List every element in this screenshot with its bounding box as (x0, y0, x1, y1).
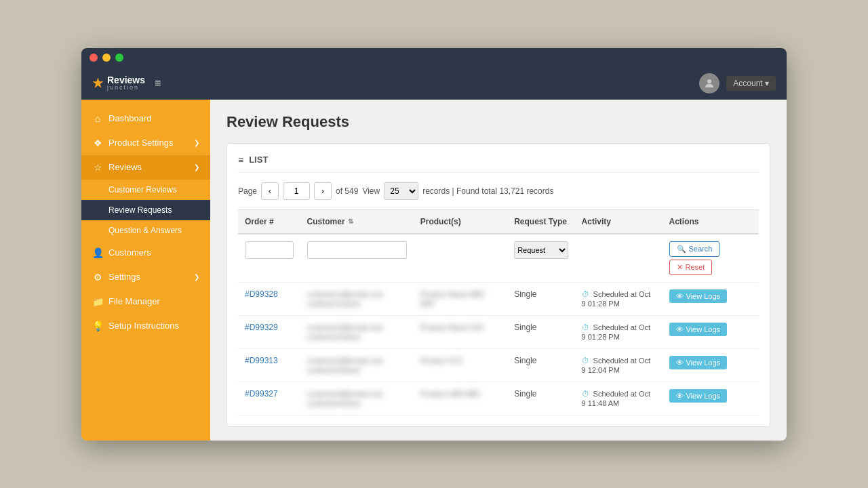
clock-icon: ⏱ (582, 290, 589, 298)
customer-text: customer2@email.comcustomer2name (307, 323, 384, 341)
main-card: ≡ LIST Page ‹ › of 549 View 25 50 100 (226, 143, 770, 427)
col-header-activity: Activity (575, 209, 663, 234)
cell-customer: customer2@email.comcustomer2name (300, 315, 414, 348)
logo-sub: junction (107, 85, 145, 91)
filter-activity-cell (575, 234, 663, 283)
table-row: #D99328 customer1@email.comcustomer1name… (238, 282, 759, 315)
total-pages-label: of 549 (336, 186, 358, 196)
sidebar-item-setup-instructions[interactable]: 💡 Setup Instructions (81, 314, 210, 338)
dashboard-icon: ⌂ (92, 113, 103, 124)
sidebar-item-product-settings[interactable]: ❖ Product Settings ❯ (81, 131, 210, 155)
table-row: #D99327 customer4@email.comcustomer4name… (238, 382, 759, 415)
cell-activity: ⏱ Scheduled at Oct 9 01:28 PM (575, 315, 663, 348)
filter-product-cell (414, 234, 507, 283)
sidebar-item-reviews[interactable]: ☆ Reviews ❯ (81, 155, 210, 180)
sidebar-item-label: Reviews (108, 162, 142, 172)
search-icon: 🔍 (677, 245, 686, 253)
sidebar-item-label: Dashboard (108, 113, 152, 123)
chevron-right-icon: ❯ (194, 139, 199, 146)
next-page-button[interactable]: › (314, 182, 332, 200)
sidebar-item-customers[interactable]: 👤 Customers (81, 241, 210, 265)
reset-button[interactable]: ✕ Reset (669, 260, 713, 275)
times-icon: ✕ (677, 263, 683, 272)
user-dropdown[interactable]: Account ▾ (726, 76, 776, 91)
sidebar-item-label: Settings (108, 272, 140, 282)
product-text: Product Name ABC DEF (420, 290, 485, 308)
topnav-left: ★ Reviews junction ≡ (92, 75, 161, 91)
table-header-row: Order # Customer ⇅ Product(s) (238, 209, 759, 234)
view-logs-button[interactable]: 👁 View Logs (669, 323, 728, 336)
filter-request-type-cell: Request All (507, 234, 574, 283)
table-filter-row: Request All 🔍 Search (238, 234, 759, 283)
sidebar-item-review-requests[interactable]: Review Requests (81, 200, 210, 220)
eye-icon: 👁 (676, 292, 684, 300)
logo: ★ Reviews junction (92, 75, 145, 91)
logo-star-icon: ★ (92, 76, 103, 91)
view-logs-button[interactable]: 👁 View Logs (669, 356, 728, 369)
cell-customer: customer4@email.comcustomer4name (300, 382, 414, 415)
pagination-bar: Page ‹ › of 549 View 25 50 100 records |… (238, 182, 759, 200)
sidebar-item-question-answers[interactable]: Question & Answers (81, 220, 210, 241)
sidebar-item-dashboard[interactable]: ⌂ Dashboard (81, 106, 210, 131)
prev-page-button[interactable]: ‹ (261, 182, 279, 200)
view-logs-button[interactable]: 👁 View Logs (669, 389, 728, 403)
topnav: ★ Reviews junction ≡ Account ▾ (81, 67, 787, 100)
main-layout: ⌂ Dashboard ❖ Product Settings ❯ ☆ Revie… (81, 100, 787, 441)
cell-actions: 👁 View Logs (663, 282, 759, 315)
list-icon: ≡ (238, 155, 243, 165)
hamburger-icon[interactable]: ≡ (155, 77, 161, 89)
clock-icon: ⏱ (582, 323, 589, 331)
cell-actions: 👁 View Logs (663, 315, 759, 348)
records-info: records | Found total 13,721 records (422, 186, 553, 196)
sidebar-sub-label: Review Requests (108, 205, 172, 215)
filter-request-type-select[interactable]: Request All (514, 241, 568, 259)
sidebar-item-settings[interactable]: ⚙ Settings ❯ (81, 265, 210, 289)
minimize-button[interactable] (102, 54, 111, 62)
sidebar-item-label: Setup Instructions (108, 321, 179, 331)
col-header-actions: Actions (663, 209, 759, 234)
reviews-icon: ☆ (92, 162, 103, 173)
cell-order: #D99327 (238, 382, 300, 415)
page-title: Review Requests (226, 113, 770, 131)
cell-request-type: Single (507, 348, 574, 382)
customers-icon: 👤 (92, 247, 103, 258)
page-number-input[interactable] (283, 182, 310, 200)
order-link[interactable]: #D99313 (245, 356, 278, 365)
order-link[interactable]: #D99329 (245, 323, 278, 332)
view-logs-button[interactable]: 👁 View Logs (669, 289, 728, 303)
sidebar-sub-label: Question & Answers (108, 226, 182, 235)
setup-icon: 💡 (92, 321, 103, 331)
product-text: Product LMN ABC (420, 390, 481, 398)
sidebar-sub-label: Customer Reviews (108, 185, 177, 195)
clock-icon: ⏱ (582, 390, 589, 398)
sidebar-item-label: File Manager (108, 296, 160, 306)
filter-customer-input[interactable] (307, 241, 407, 259)
logo-name: Reviews (107, 75, 145, 85)
eye-icon: 👁 (676, 359, 684, 367)
maximize-button[interactable] (115, 54, 123, 62)
filter-order-input[interactable] (245, 241, 294, 259)
cell-request-type: Single (507, 315, 574, 348)
cell-customer: customer3@email.comcustomer3name (300, 348, 414, 382)
col-header-customer: Customer ⇅ (300, 209, 414, 234)
search-button[interactable]: 🔍 Search (669, 241, 720, 257)
page-label: Page (238, 186, 257, 196)
file-manager-icon: 📁 (92, 296, 103, 307)
product-text: Product XYZ (420, 357, 462, 365)
product-settings-icon: ❖ (92, 138, 103, 148)
customer-text: customer4@email.comcustomer4name (307, 390, 384, 407)
cell-actions: 👁 View Logs (663, 348, 759, 382)
order-link[interactable]: #D99327 (245, 389, 278, 399)
cell-activity: ⏱ Scheduled at Oct 9 12:04 PM (575, 348, 663, 382)
view-per-page-select[interactable]: 25 50 100 (384, 182, 418, 200)
col-header-order: Order # (238, 209, 300, 234)
cell-activity: ⏱ Scheduled at Oct 9 01:28 PM (575, 282, 663, 315)
user-label: Account ▾ (733, 79, 769, 88)
sidebar-item-customer-reviews[interactable]: Customer Reviews (81, 180, 210, 200)
requests-table: Order # Customer ⇅ Product(s) (238, 209, 759, 415)
sidebar-item-file-manager[interactable]: 📁 File Manager (81, 289, 210, 314)
avatar (699, 73, 719, 94)
close-button[interactable] (90, 54, 98, 62)
settings-icon: ⚙ (92, 272, 103, 283)
order-link[interactable]: #D99328 (245, 289, 278, 299)
